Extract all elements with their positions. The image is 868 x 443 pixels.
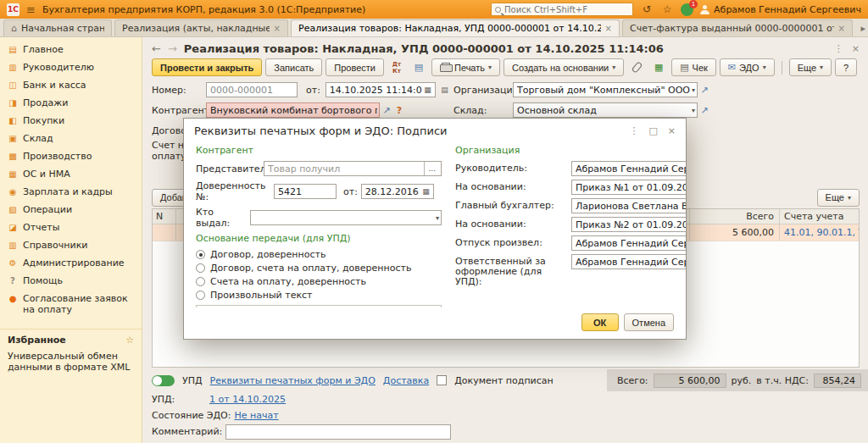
more-vert-icon[interactable]: ⋮ bbox=[834, 43, 843, 54]
column-header-accounts[interactable]: Счета учета bbox=[779, 209, 859, 224]
tab-sales-document-upd[interactable]: Реализация товаров: Накладная, УПД 0000-… bbox=[291, 19, 620, 36]
poa-number-input[interactable] bbox=[274, 184, 337, 199]
create-on-basis-button[interactable]: Создать на основании ▾ bbox=[504, 58, 624, 76]
back-icon[interactable]: ← bbox=[152, 42, 161, 55]
representative-field[interactable]: Товар получил ... bbox=[264, 161, 442, 176]
sidebar-item-administration[interactable]: ⚙Администрирование bbox=[0, 254, 142, 272]
tab-issued-invoice[interactable]: Счет-фактура выданный 0000-0000001 от 14… bbox=[622, 19, 853, 36]
column-header-n[interactable]: N bbox=[153, 209, 176, 224]
post-and-close-button[interactable]: Провести и закрыть bbox=[152, 58, 262, 76]
attachments-button[interactable] bbox=[627, 58, 646, 76]
upd-toggle[interactable] bbox=[152, 375, 175, 386]
dialog-maximize-icon[interactable]: □ bbox=[648, 125, 657, 136]
print-button[interactable]: Печать ▾ bbox=[431, 58, 500, 76]
column-header-total[interactable]: Всего bbox=[689, 209, 779, 224]
check-button[interactable]: ▤ Чек bbox=[671, 58, 716, 76]
favorites-star-icon[interactable]: ☆ bbox=[660, 3, 674, 15]
discussions-icon[interactable]: 1 bbox=[681, 3, 693, 16]
write-button[interactable]: Записать bbox=[265, 58, 322, 76]
signed-checkbox-label: Документ подписан bbox=[454, 375, 554, 386]
issued-by-label: Кто выдал: bbox=[196, 207, 247, 229]
favorites-title: Избранное bbox=[8, 335, 66, 346]
chief-accountant-combo[interactable]: Ларионова Светлана Вик▾ bbox=[571, 198, 686, 213]
number-field[interactable] bbox=[206, 82, 298, 97]
sidebar-item-directories[interactable]: ▥Справочники bbox=[0, 236, 142, 254]
dialog-more-icon[interactable]: ⋮ bbox=[629, 125, 638, 136]
radio-custom-text[interactable]: Произвольный текст bbox=[196, 290, 442, 301]
history-icon[interactable]: ↺ bbox=[640, 3, 654, 15]
subordination-structure-button[interactable]: ▤ bbox=[409, 58, 428, 76]
sidebar-item-operations[interactable]: ▧Операции bbox=[0, 201, 142, 219]
delivery-link[interactable]: Доставка bbox=[383, 375, 429, 386]
sidebar-item-fixed-assets[interactable]: ▦ОС и НМА bbox=[0, 165, 142, 183]
accountant-basis-combo[interactable]: Приказ №2 от 01.09.2025▾ bbox=[571, 217, 686, 232]
sidebar-item-purchases[interactable]: ◧Покупки bbox=[0, 112, 142, 130]
sidebar-item-reports[interactable]: ◪Отчеты bbox=[0, 219, 142, 236]
signed-checkbox[interactable] bbox=[437, 375, 447, 385]
poa-date-field[interactable]: 28.12.2016 ▦ bbox=[361, 184, 434, 199]
cancel-button[interactable]: Отмена bbox=[624, 313, 674, 331]
organization-field[interactable]: Торговый дом "Комплексный" ООО ▾ bbox=[513, 82, 698, 97]
upd-number-link[interactable]: 1 от 14.10.2025 bbox=[209, 394, 286, 405]
open-link-icon[interactable]: ↗ bbox=[698, 85, 711, 96]
favorites-pin-icon[interactable]: ☆ bbox=[125, 335, 134, 346]
calendar-icon[interactable]: ▦ bbox=[422, 86, 433, 94]
search-input[interactable] bbox=[504, 5, 629, 14]
pick-value-button[interactable]: ... bbox=[424, 162, 439, 175]
cell-accounts-link[interactable]: 41.01, 90.01.1, Товары, 90.02.1, bbox=[784, 227, 859, 238]
calendar-icon[interactable]: ▦ bbox=[420, 187, 431, 196]
show-postings-button[interactable]: Дт Кт bbox=[387, 58, 406, 76]
close-icon[interactable]: × bbox=[852, 43, 860, 54]
global-search[interactable] bbox=[491, 3, 633, 16]
favorites-item-xml-exchange[interactable]: Универсальный обмен данными в формате XM… bbox=[0, 349, 142, 376]
sidebar-item-help[interactable]: ?Помощь bbox=[0, 272, 142, 290]
help-button[interactable]: ? bbox=[835, 58, 857, 76]
released-by-combo[interactable]: Абрамов Геннадий Серге▾ bbox=[571, 235, 686, 251]
close-icon[interactable]: × bbox=[838, 24, 845, 33]
sidebar-item-main[interactable]: ▤Главное bbox=[0, 41, 142, 58]
comment-input[interactable] bbox=[225, 424, 451, 440]
user-menu[interactable]: Абрамов Геннадий Сергеевич bbox=[700, 4, 861, 15]
counterparty-field[interactable]: Внуковский комбинат бортового питания bbox=[206, 102, 380, 118]
sidebar-item-production[interactable]: ▩Производство bbox=[0, 147, 142, 165]
set-time-button[interactable]: ▤ bbox=[436, 81, 453, 99]
director-combo[interactable]: Абрамов Геннадий Серге▾ bbox=[571, 161, 686, 176]
radio-contract-invoices-poa[interactable]: Договор, счета на оплату, доверенность bbox=[196, 263, 442, 274]
print-forms-edo-link[interactable]: Реквизиты печатных форм и ЭДО bbox=[210, 375, 376, 386]
sidebar-item-label: Руководителю bbox=[23, 62, 94, 73]
chevron-down-icon[interactable]: ▾ bbox=[692, 107, 695, 114]
open-link-icon[interactable]: ↗ bbox=[698, 105, 711, 116]
hamburger-menu-icon[interactable]: ≡ bbox=[26, 3, 36, 16]
tab-home[interactable]: ⌂ Начальная страница bbox=[3, 19, 112, 36]
more-button[interactable]: Еще ▾ bbox=[789, 58, 832, 76]
forward-icon[interactable]: → bbox=[168, 42, 177, 55]
tab-sales-documents[interactable]: Реализация (акты, накладные, УПД) × bbox=[114, 19, 288, 36]
issued-by-combo[interactable]: ▾ bbox=[250, 210, 442, 225]
close-icon[interactable]: × bbox=[274, 24, 281, 33]
tab-scroll-right-icon[interactable]: ▸ bbox=[860, 23, 865, 34]
ok-button[interactable]: ОК bbox=[581, 313, 619, 331]
edo-button[interactable]: ✉ ЭДО ▾ bbox=[720, 58, 775, 76]
warehouse-field[interactable]: Основной склад ▾ bbox=[513, 102, 698, 118]
sidebar-item-payroll-hr[interactable]: ◉Зарплата и кадры bbox=[0, 183, 142, 201]
date-field[interactable]: 14.10.2025 11:14:06 ▦ bbox=[326, 82, 436, 97]
sidebar-item-warehouse[interactable]: ▣Склад bbox=[0, 130, 142, 147]
sidebar-item-bank-cash[interactable]: ◫Банк и касса bbox=[0, 76, 142, 94]
table-more-button[interactable]: Еще ▾ bbox=[817, 189, 860, 207]
counterparty-check-icon[interactable]: ? bbox=[393, 105, 405, 116]
radio-invoices-poa[interactable]: Счета на оплату, доверенность bbox=[196, 276, 442, 287]
edo-state-link[interactable]: Не начат bbox=[234, 410, 278, 421]
responsible-for-upd-combo[interactable]: Абрамов Геннадий Серге▾ bbox=[571, 254, 686, 269]
related-documents-button[interactable]: ▦ bbox=[649, 58, 668, 76]
chevron-down-icon[interactable]: ▾ bbox=[436, 214, 439, 222]
sidebar-item-manager[interactable]: ▥Руководителю bbox=[0, 58, 142, 76]
close-icon[interactable]: × bbox=[605, 24, 612, 33]
post-button[interactable]: Провести bbox=[326, 58, 384, 76]
sidebar-item-sales[interactable]: ◨Продажи bbox=[0, 94, 142, 112]
chevron-down-icon[interactable]: ▾ bbox=[692, 86, 695, 94]
open-link-icon[interactable]: ↗ bbox=[380, 105, 393, 116]
sidebar-item-payment-approval[interactable]: ●Согласование заявок на оплату bbox=[0, 290, 142, 318]
radio-contract-poa[interactable]: Договор, доверенность bbox=[196, 249, 442, 260]
dialog-close-icon[interactable]: × bbox=[668, 125, 676, 136]
director-basis-combo[interactable]: Приказ №1 от 01.09.2025▾ bbox=[571, 180, 686, 195]
